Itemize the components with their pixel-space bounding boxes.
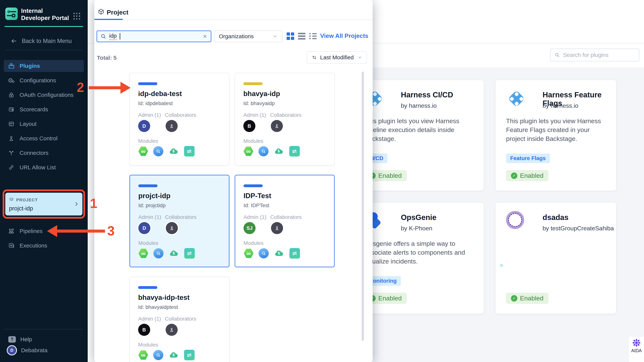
grid-view-button[interactable] bbox=[286, 32, 294, 40]
clear-search-icon[interactable] bbox=[202, 34, 208, 39]
sort-dropdown[interactable]: Last Modified bbox=[307, 51, 367, 64]
module-icon-srm bbox=[153, 350, 163, 360]
dsadas-logo-icon bbox=[506, 211, 524, 229]
project-id: Id: idpdebatest bbox=[138, 100, 173, 106]
chevron-right-icon bbox=[74, 201, 79, 207]
puzzle-icon bbox=[8, 63, 15, 69]
list-view-button[interactable] bbox=[298, 32, 306, 40]
user-menu[interactable]: D Debabrata bbox=[7, 344, 48, 356]
project-name: bhavya-idp bbox=[243, 90, 280, 98]
plugin-card-feature-flags[interactable]: Harness Feature Flags by harness.io This… bbox=[496, 80, 616, 191]
help-label: Help bbox=[20, 336, 32, 342]
sidebar-item-executions[interactable]: Executions bbox=[4, 240, 84, 252]
module-icon-ci: ∞ bbox=[244, 248, 254, 258]
help-button[interactable]: ? Help bbox=[8, 334, 32, 345]
user-name: Debabrata bbox=[21, 347, 48, 353]
app-switcher-icon[interactable] bbox=[73, 12, 81, 20]
admin-avatar: B bbox=[138, 324, 150, 336]
user-avatar: D bbox=[7, 345, 17, 355]
tab-project[interactable]: Project bbox=[107, 9, 128, 16]
link-icon bbox=[8, 164, 15, 171]
plugins-search-input[interactable] bbox=[563, 52, 635, 58]
back-to-main-menu[interactable]: Back to Main Menu bbox=[10, 37, 72, 45]
project-card-idp-test[interactable]: IDP-Test Id: IDPTest Admin (1) Collabora… bbox=[235, 175, 334, 267]
project-search-field[interactable]: idp bbox=[96, 31, 211, 42]
sidebar-item-label: Connectors bbox=[20, 150, 48, 156]
module-icons: ∞ $ bbox=[243, 146, 300, 157]
app-title: Internal Developer Portal bbox=[21, 7, 70, 22]
plugin-card-opsgenie[interactable]: OpsGenie by K-Phoen Opsgenie offers a si… bbox=[354, 203, 484, 314]
module-icons: ∞ $ bbox=[138, 146, 194, 157]
collaborator-avatar bbox=[271, 222, 283, 234]
project-name: bhavya-idp-test bbox=[138, 294, 190, 301]
sidebar-item-layout[interactable]: Layout bbox=[4, 118, 84, 130]
plugin-status-label: Enabled bbox=[520, 172, 544, 179]
plugin-status-label: Enabled bbox=[378, 294, 402, 302]
collaborators-label: Collaborators bbox=[270, 214, 302, 220]
module-icon-ccm: $ bbox=[168, 146, 179, 156]
sidebar-item-label: Pipelines bbox=[20, 228, 42, 234]
svg-text:$: $ bbox=[172, 149, 174, 153]
plugin-status-label: Enabled bbox=[378, 172, 402, 179]
modules-label: Modules bbox=[243, 138, 263, 144]
sidebar-item-oauth-configurations[interactable]: OAuth Configurations bbox=[4, 89, 84, 101]
sort-arrows-icon bbox=[312, 55, 317, 60]
check-icon: ✓ bbox=[511, 295, 517, 301]
app-logo-icon[interactable] bbox=[5, 8, 18, 20]
card-color-bar bbox=[243, 82, 262, 85]
project-picker-modal: Project idp Organizations View All Proje… bbox=[94, 0, 372, 362]
project-id: Id: IDPTest bbox=[244, 202, 269, 208]
plugins-search-field[interactable] bbox=[550, 49, 639, 61]
sidebar-item-scorecards[interactable]: Scorecards bbox=[4, 103, 84, 116]
sidebar-item-url-allow-list[interactable]: URL Allow List bbox=[4, 161, 84, 173]
sidebar-item-label: Plugins bbox=[20, 63, 40, 69]
module-icon-idp bbox=[290, 248, 300, 259]
admin-avatar: D bbox=[138, 222, 150, 234]
admin-label: Admin (1) bbox=[244, 214, 266, 220]
card-color-bar bbox=[244, 184, 263, 187]
admin-avatar: B bbox=[243, 120, 256, 132]
check-icon: ✓ bbox=[511, 173, 517, 179]
chevron-down-icon bbox=[273, 34, 278, 39]
sidebar-item-label: Scorecards bbox=[20, 106, 48, 113]
sidebar-item-pipelines[interactable]: Pipelines bbox=[4, 225, 84, 237]
plugin-status-badge: ✓ Enabled bbox=[506, 293, 548, 304]
project-card-idp-deba-test[interactable]: idp-deba-test Id: idpdebatest Admin (1) … bbox=[130, 73, 230, 165]
card-color-bar bbox=[138, 286, 157, 289]
collaborators-label: Collaborators bbox=[165, 214, 196, 220]
module-icons: ∞ $ bbox=[138, 350, 194, 360]
plugin-card-harness-cicd[interactable]: Harness CI/CD by harness.io This plugin … bbox=[354, 80, 484, 191]
project-card-bhavya-idp-test[interactable]: bhavya-idp-test Id: bhavyaidptest Admin … bbox=[130, 277, 230, 362]
svg-text:$: $ bbox=[172, 353, 174, 357]
project-card-bhavya-idp[interactable]: bhavya-idp Id: bhavyaidp Admin (1) Colla… bbox=[235, 73, 334, 165]
sidebar-item-connectors[interactable]: Connectors bbox=[4, 147, 84, 159]
sidebar-footer-divider bbox=[4, 329, 83, 329]
module-icon-srm bbox=[154, 248, 164, 258]
module-icons: ∞ $ bbox=[244, 248, 300, 259]
project-selector[interactable]: PROJECT projct-idp bbox=[5, 193, 82, 215]
organizations-dropdown[interactable]: Organizations bbox=[214, 31, 282, 42]
text-caret bbox=[120, 33, 120, 40]
project-id: Id: bhavyaidp bbox=[243, 100, 275, 106]
project-card-projct-idp[interactable]: projct-idp Id: projctidp Admin (1) Colla… bbox=[130, 175, 230, 267]
person-icon bbox=[169, 123, 174, 129]
sidebar-item-access-control[interactable]: Access Control bbox=[4, 132, 84, 144]
plugin-description: This plugin lets you view Harness Featur… bbox=[506, 117, 606, 143]
project-name: IDP-Test bbox=[244, 192, 271, 200]
sidebar-item-label: OAuth Configurations bbox=[20, 92, 74, 98]
admin-avatar: SJ bbox=[244, 222, 256, 234]
aida-widget[interactable]: AIDA bbox=[629, 337, 644, 362]
card-color-bar bbox=[138, 184, 158, 187]
sidebar-item-plugins[interactable]: Plugins bbox=[4, 60, 84, 72]
harness-logo-icon bbox=[506, 88, 527, 109]
sidebar-item-configurations[interactable]: ⚙⚙ Configurations bbox=[4, 74, 84, 87]
admin-label: Admin (1) bbox=[243, 112, 266, 118]
plugin-title: OpsGenie bbox=[401, 213, 436, 222]
modal-scrollbar[interactable] bbox=[362, 72, 364, 341]
plugin-card-dsadas[interactable]: dsadas by testGroupCreateSahiba ✓ Enable… bbox=[496, 203, 616, 314]
project-id: Id: projctidp bbox=[138, 202, 166, 208]
detail-list-view-button[interactable] bbox=[309, 32, 317, 40]
view-all-projects-link[interactable]: View All Projects bbox=[320, 32, 368, 39]
svg-text:$: $ bbox=[278, 251, 280, 255]
module-icon-ci: ∞ bbox=[138, 248, 148, 258]
